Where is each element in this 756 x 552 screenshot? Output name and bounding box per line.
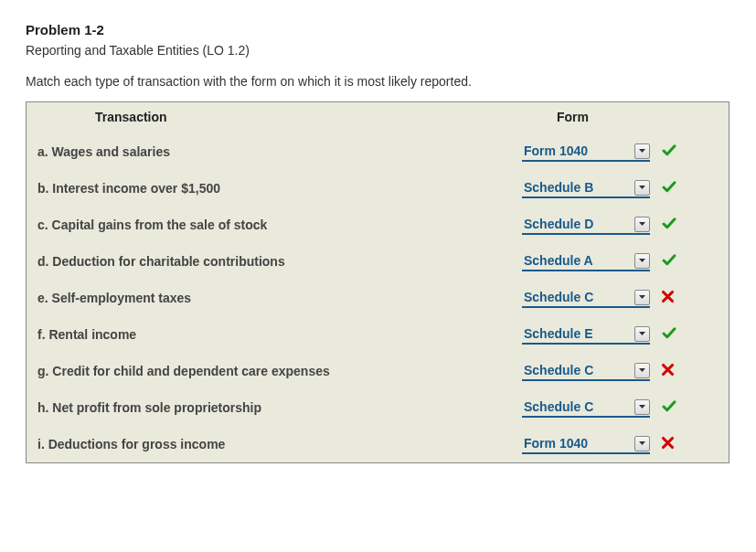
form-cell: Schedule A <box>522 251 729 271</box>
form-select[interactable]: Schedule A <box>522 251 650 271</box>
check-icon <box>661 143 677 162</box>
table-header-row: Transaction Form <box>27 102 729 133</box>
svg-marker-6 <box>639 368 645 372</box>
chevron-down-icon[interactable] <box>634 399 650 415</box>
transaction-cell: a. Wages and salaries <box>37 144 522 159</box>
form-select[interactable]: Schedule D <box>522 215 650 235</box>
select-value: Schedule C <box>524 363 634 377</box>
header-transaction: Transaction <box>27 110 511 124</box>
chevron-down-icon[interactable] <box>634 436 650 451</box>
row-letter: h. <box>37 400 48 415</box>
row-letter: b. <box>37 181 48 196</box>
form-cell: Form 1040 <box>522 142 729 162</box>
form-select[interactable]: Schedule C <box>522 398 650 418</box>
form-select[interactable]: Form 1040 <box>522 142 650 162</box>
row-letter: i. <box>37 437 45 451</box>
form-cell: Schedule E <box>522 324 729 345</box>
row-letter: c. <box>37 218 48 232</box>
svg-marker-2 <box>639 222 645 226</box>
header-form: Form <box>511 110 729 124</box>
row-letter: e. <box>37 291 48 305</box>
svg-marker-8 <box>639 441 645 445</box>
svg-marker-4 <box>639 295 645 299</box>
table-row: h. Net profit from sole proprietorshipSc… <box>27 389 729 426</box>
form-select[interactable]: Form 1040 <box>522 434 650 454</box>
form-cell: Form 1040 <box>522 434 729 454</box>
table-row: f. Rental incomeSchedule E <box>27 316 729 353</box>
problem-instruction: Match each type of transaction with the … <box>26 74 730 89</box>
row-letter: g. <box>37 364 48 378</box>
chevron-down-icon[interactable] <box>634 143 650 159</box>
check-icon <box>661 216 677 235</box>
chevron-down-icon[interactable] <box>634 253 650 269</box>
chevron-down-icon[interactable] <box>634 363 650 378</box>
check-icon <box>661 398 677 418</box>
problem-subtitle: Reporting and Taxable Entities (LO 1.2) <box>26 43 730 58</box>
transaction-cell: b. Interest income over $1,500 <box>37 181 522 196</box>
transaction-cell: c. Capital gains from the sale of stock <box>37 218 522 232</box>
table-row: c. Capital gains from the sale of stockS… <box>27 207 729 243</box>
table-row: e. Self-employment taxesSchedule C <box>27 280 729 316</box>
svg-marker-7 <box>639 405 645 409</box>
select-value: Schedule D <box>524 217 634 231</box>
problem-title: Problem 1-2 <box>26 22 730 37</box>
match-table: Transaction Form a. Wages and salariesFo… <box>26 101 729 463</box>
form-cell: Schedule D <box>522 215 729 235</box>
row-letter: a. <box>37 144 48 159</box>
form-select[interactable]: Schedule E <box>522 324 650 345</box>
select-value: Schedule B <box>524 180 634 195</box>
transaction-cell: e. Self-employment taxes <box>37 291 522 305</box>
select-value: Form 1040 <box>524 143 634 158</box>
select-value: Schedule A <box>524 253 634 268</box>
row-text: Credit for child and dependent care expe… <box>52 364 329 378</box>
check-icon <box>661 179 677 198</box>
row-letter: d. <box>37 254 48 269</box>
form-select[interactable]: Schedule C <box>522 288 650 308</box>
transaction-cell: d. Deduction for charitable contribution… <box>37 254 522 269</box>
select-value: Schedule C <box>524 399 634 414</box>
form-cell: Schedule C <box>522 361 729 381</box>
check-icon <box>661 325 677 345</box>
form-cell: Schedule B <box>522 178 729 198</box>
table-row: i. Deductions for gross incomeForm 1040 <box>27 426 729 462</box>
chevron-down-icon[interactable] <box>634 180 650 196</box>
table-row: a. Wages and salariesForm 1040 <box>27 133 729 170</box>
select-value: Form 1040 <box>524 436 634 451</box>
form-select[interactable]: Schedule B <box>522 178 650 198</box>
transaction-cell: g. Credit for child and dependent care e… <box>37 364 522 378</box>
table-row: g. Credit for child and dependent care e… <box>27 353 729 389</box>
cross-icon <box>661 436 675 452</box>
row-text: Net profit from sole proprietorship <box>52 400 261 415</box>
check-icon <box>661 252 677 271</box>
row-text: Interest income over $1,500 <box>52 181 220 196</box>
transaction-cell: f. Rental income <box>37 327 522 342</box>
row-text: Deduction for charitable contributions <box>52 254 284 269</box>
row-text: Capital gains from the sale of stock <box>52 218 268 232</box>
svg-marker-3 <box>639 259 645 262</box>
svg-marker-1 <box>639 186 645 189</box>
svg-marker-0 <box>639 149 645 153</box>
transaction-cell: i. Deductions for gross income <box>37 437 522 451</box>
row-text: Wages and salaries <box>52 144 170 159</box>
svg-marker-5 <box>639 332 645 335</box>
row-letter: f. <box>37 327 46 342</box>
select-value: Schedule E <box>524 326 634 341</box>
chevron-down-icon[interactable] <box>634 326 650 342</box>
table-row: d. Deduction for charitable contribution… <box>27 243 729 280</box>
transaction-cell: h. Net profit from sole proprietorship <box>37 400 522 415</box>
table-row: b. Interest income over $1,500Schedule B <box>27 170 729 207</box>
chevron-down-icon[interactable] <box>634 290 650 305</box>
form-select[interactable]: Schedule C <box>522 361 650 381</box>
row-text: Deductions for gross income <box>48 437 226 451</box>
row-text: Self-employment taxes <box>52 291 192 305</box>
form-cell: Schedule C <box>522 288 729 308</box>
form-cell: Schedule C <box>522 398 729 418</box>
row-text: Rental income <box>48 327 136 342</box>
chevron-down-icon[interactable] <box>634 217 650 232</box>
cross-icon <box>661 363 675 379</box>
select-value: Schedule C <box>524 290 634 304</box>
cross-icon <box>661 290 675 306</box>
